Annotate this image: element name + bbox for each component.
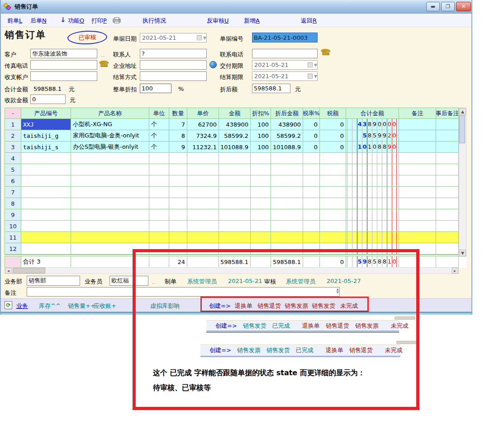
cell-unit-price[interactable]: [187, 243, 219, 255]
cell-product-code[interactable]: [21, 221, 71, 232]
cell-amount[interactable]: 438900: [219, 119, 251, 130]
cell-remark[interactable]: [399, 153, 436, 164]
cell-tax[interactable]: [320, 153, 346, 164]
cell-tax[interactable]: [320, 209, 346, 221]
table-row[interactable]: 5: [5, 164, 466, 175]
cell-product-name[interactable]: [71, 243, 149, 255]
done-status-link[interactable]: 已完成: [296, 346, 314, 354]
cell-product-code[interactable]: [21, 198, 71, 209]
amount-digit-grid-cell[interactable]: [346, 243, 399, 255]
cell-unit-price[interactable]: [187, 175, 219, 187]
settle-date-field[interactable]: 2021-05-21▼: [252, 71, 318, 81]
address-input[interactable]: [140, 60, 207, 70]
cell-amount[interactable]: [219, 164, 251, 175]
cell-remark[interactable]: [399, 209, 436, 221]
cell-unit-price[interactable]: 7324.9: [187, 130, 219, 141]
column-header[interactable]: 金额: [219, 108, 251, 119]
table-row[interactable]: 2taishiji_g家用G型电脑-金奥-onlyit个87324.958599…: [5, 130, 466, 141]
after-discount-input[interactable]: [252, 84, 290, 93]
table-row[interactable]: 10: [5, 221, 466, 232]
cell-discounted-amount[interactable]: [271, 164, 303, 175]
cell-post-remark[interactable]: [436, 187, 459, 198]
customer-lookup-button[interactable]: ..: [101, 52, 105, 58]
link-sales-delivery[interactable]: 销售发货: [312, 302, 335, 310]
cell-discount[interactable]: [251, 232, 271, 243]
table-row[interactable]: 11: [5, 232, 466, 243]
row-number[interactable]: 2: [5, 130, 21, 141]
cell-unit-price[interactable]: 11232.1: [187, 141, 219, 153]
cell-unit-price[interactable]: [187, 187, 219, 198]
cell-post-remark[interactable]: [436, 243, 459, 255]
cell-tax[interactable]: [320, 175, 346, 187]
table-row[interactable]: 1XXJ小型机-XG-NG个76270043890010043890000438…: [5, 119, 466, 130]
cell-product-name[interactable]: 家用G型电脑-金奥-onlyit: [71, 130, 149, 141]
pending-link[interactable]: 销售退货: [349, 346, 373, 354]
cell-product-name[interactable]: [71, 232, 149, 243]
cell-unit[interactable]: [149, 232, 169, 243]
cell-amount[interactable]: [219, 209, 251, 221]
cell-product-code[interactable]: [21, 175, 71, 187]
create-link[interactable]: 创建=>: [209, 346, 231, 354]
cell-unit-price[interactable]: [187, 232, 219, 243]
table-row[interactable]: 4: [5, 153, 466, 164]
row-number[interactable]: 8: [5, 198, 21, 209]
prev-doc-button[interactable]: 前单L: [7, 17, 22, 25]
row-number[interactable]: 12: [5, 243, 21, 255]
cell-discount[interactable]: [251, 153, 271, 164]
cell-post-remark[interactable]: [436, 209, 459, 221]
cell-unit[interactable]: 个: [149, 141, 169, 153]
cell-discount[interactable]: 100: [251, 130, 271, 141]
cell-unit[interactable]: [149, 198, 169, 209]
create-link[interactable]: 创建=>: [215, 322, 237, 330]
cell-discounted-amount[interactable]: 438900: [271, 119, 303, 130]
horizontal-scroll-thumb[interactable]: [13, 268, 45, 274]
cell-discount[interactable]: [251, 209, 271, 221]
cell-amount[interactable]: [219, 243, 251, 255]
totals-amount[interactable]: 598588.1: [219, 256, 251, 268]
cell-tax-rate[interactable]: 0: [303, 119, 320, 130]
pending-link[interactable]: 销售退货: [326, 322, 349, 330]
unaudit-button[interactable]: 反审核U: [207, 17, 229, 25]
cell-amount[interactable]: [219, 221, 251, 232]
row-number[interactable]: 7: [5, 187, 21, 198]
tab-receivable[interactable]: 应收账+: [94, 302, 116, 310]
amount-digit-grid-cell[interactable]: [346, 221, 399, 232]
cell-tax-rate[interactable]: 0: [303, 141, 320, 153]
doc-no-input[interactable]: [252, 33, 318, 42]
totals-empty[interactable]: [149, 256, 169, 268]
cell-discount[interactable]: [251, 175, 271, 187]
cell-tax[interactable]: [320, 187, 346, 198]
amount-digit-grid-cell[interactable]: [346, 232, 399, 243]
cell-unit[interactable]: [149, 187, 169, 198]
cell-remark[interactable]: [399, 243, 436, 255]
cell-remark[interactable]: [399, 119, 436, 130]
cell-discount[interactable]: [251, 164, 271, 175]
cell-product-code[interactable]: taishiji_g: [21, 130, 71, 141]
amount-digit-grid-cell[interactable]: 43890000: [346, 119, 399, 130]
cell-product-name[interactable]: [71, 153, 149, 164]
pending-link[interactable]: 退换单: [302, 322, 320, 330]
table-row[interactable]: 7: [5, 187, 466, 198]
column-header[interactable]: 事后备注: [436, 108, 459, 119]
column-header[interactable]: 单价: [187, 108, 219, 119]
tab-virtual-stock[interactable]: 虚拟库影响: [150, 302, 180, 310]
cell-qty[interactable]: 8: [169, 130, 187, 141]
table-row[interactable]: 12: [5, 243, 466, 255]
return-button[interactable]: 返回R: [301, 17, 317, 25]
totals-empty[interactable]: [399, 256, 436, 268]
cell-post-remark[interactable]: [436, 164, 459, 175]
table-row[interactable]: 8: [5, 198, 466, 209]
cell-product-name[interactable]: [71, 187, 149, 198]
next-doc-button[interactable]: 后单N: [30, 17, 47, 25]
close-button[interactable]: ✕: [456, 2, 471, 11]
totals-empty[interactable]: [436, 256, 459, 268]
column-header[interactable]: 折扣%: [251, 108, 271, 119]
totals-discounted-amount[interactable]: 598588.1: [271, 256, 303, 268]
function-menu[interactable]: 功能O: [68, 17, 84, 25]
cell-product-code[interactable]: [21, 209, 71, 221]
totals-row-header[interactable]: [5, 256, 21, 268]
cell-qty[interactable]: [169, 232, 187, 243]
cell-remark[interactable]: [399, 187, 436, 198]
cell-qty[interactable]: [169, 198, 187, 209]
cell-product-name[interactable]: [71, 164, 149, 175]
